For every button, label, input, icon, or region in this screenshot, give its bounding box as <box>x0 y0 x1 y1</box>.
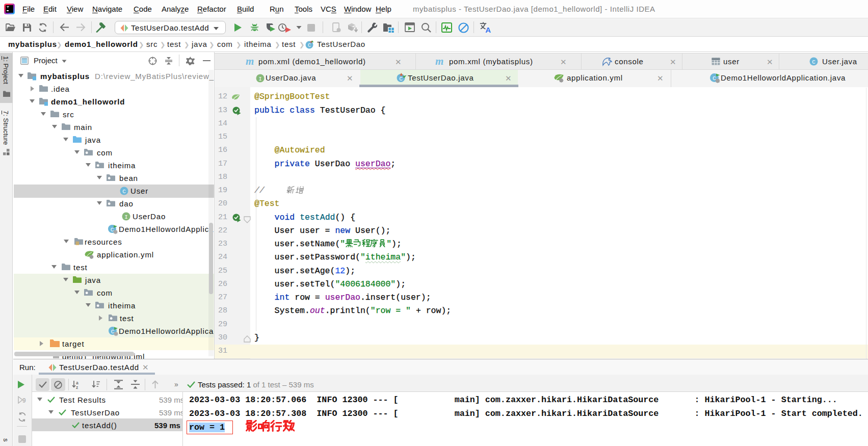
svg-text:C: C <box>122 189 126 195</box>
svg-text:m: m <box>246 57 254 66</box>
svg-text:m: m <box>435 57 443 66</box>
svg-text:I: I <box>124 214 128 220</box>
svg-text:I: I <box>258 76 262 82</box>
svg-text:C: C <box>308 43 311 48</box>
svg-text:9: 9 <box>22 397 26 404</box>
svg-text:A: A <box>485 25 491 33</box>
svg-text:C: C <box>399 76 403 82</box>
svg-text:z: z <box>76 385 78 389</box>
svg-text:C: C <box>812 59 816 65</box>
